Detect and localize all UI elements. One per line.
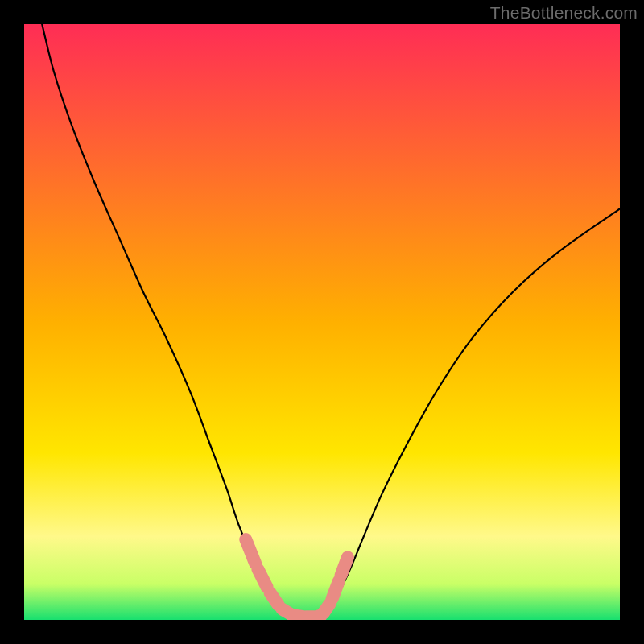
chart-container: TheBottleneck.com bbox=[0, 0, 644, 644]
bottleneck-chart bbox=[24, 24, 620, 620]
watermark-label: TheBottleneck.com bbox=[490, 3, 638, 23]
gradient-background bbox=[24, 24, 620, 620]
